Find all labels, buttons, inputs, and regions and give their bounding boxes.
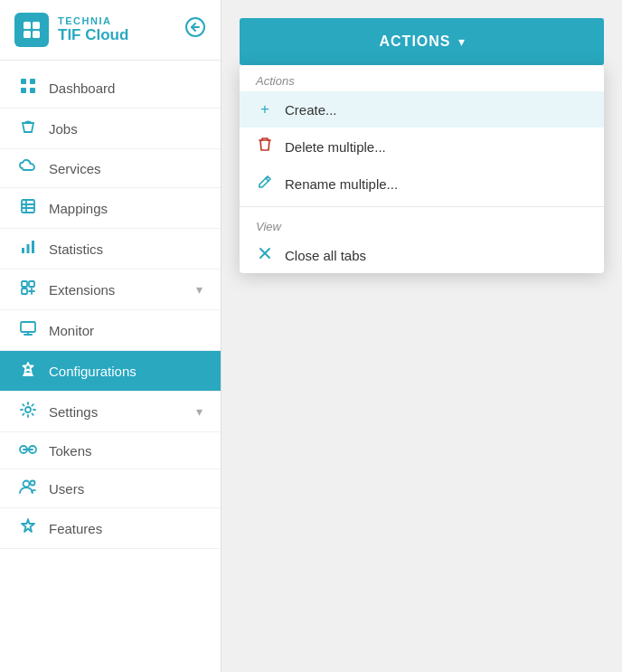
svg-point-25 (25, 407, 31, 412)
sidebar-item-statistics-label: Statistics (49, 241, 103, 257)
logo-icon (14, 13, 49, 47)
dropdown-item-create-label: Create... (285, 102, 337, 118)
sidebar-item-features[interactable]: Features (0, 508, 221, 549)
logo-text: TECHNIA TIF Cloud (58, 15, 128, 44)
tokens-icon (18, 442, 38, 459)
plus-icon: + (256, 100, 274, 118)
jobs-icon (18, 118, 38, 138)
sidebar-item-extensions[interactable]: Extensions ▾ (0, 270, 221, 310)
svg-rect-0 (24, 22, 31, 29)
extensions-chevron-icon: ▾ (196, 282, 203, 297)
logo-title: TIF Cloud (58, 26, 128, 44)
features-icon (18, 518, 38, 538)
sidebar-item-dashboard-label: Dashboard (49, 80, 115, 96)
sidebar-item-tokens-label: Tokens (49, 443, 92, 459)
dropdown-menu: Actions + Create... Delete multiple... (240, 65, 604, 273)
svg-rect-15 (27, 244, 30, 253)
sidebar-item-jobs[interactable]: Jobs (0, 109, 221, 149)
dropdown-item-close-all-tabs[interactable]: Close all tabs (240, 237, 604, 273)
extensions-icon (18, 279, 38, 299)
sidebar-item-statistics[interactable]: Statistics (0, 229, 221, 270)
dropdown-view-section-label: View (240, 211, 604, 237)
sidebar-item-extensions-label: Extensions (49, 282, 115, 298)
svg-rect-16 (32, 241, 34, 253)
trash-icon (256, 137, 274, 156)
monitor-icon (18, 320, 38, 340)
settings-chevron-icon: ▾ (196, 404, 203, 419)
svg-point-29 (24, 481, 30, 487)
sidebar-item-jobs-label: Jobs (49, 121, 78, 137)
sidebar-item-settings-label: Settings (49, 404, 98, 420)
svg-rect-9 (30, 88, 35, 93)
svg-rect-19 (22, 289, 27, 294)
dropdown-overlay: Actions + Create... Delete multiple... (240, 18, 604, 273)
sidebar-nav: Dashboard Jobs Services Mappings (0, 61, 221, 672)
main-content: ACTIONS ▾ ▶ te... ▶ te... Actions + Crea… (221, 0, 622, 672)
sidebar-item-configurations[interactable]: Configurations (0, 351, 221, 392)
logo-brand: TECHNIA (58, 15, 128, 26)
sidebar-item-monitor[interactable]: Monitor (0, 310, 221, 351)
sidebar-item-services[interactable]: Services (0, 149, 221, 188)
sidebar-item-dashboard[interactable]: Dashboard (0, 68, 221, 109)
sidebar-item-tokens[interactable]: Tokens (0, 432, 221, 469)
dropdown-item-delete-multiple[interactable]: Delete multiple... (240, 128, 604, 166)
dropdown-divider (240, 206, 604, 207)
sidebar-item-users-label: Users (49, 481, 84, 497)
back-icon[interactable] (184, 16, 206, 43)
svg-rect-17 (22, 281, 27, 287)
svg-rect-2 (24, 31, 31, 38)
svg-point-30 (31, 481, 35, 486)
dashboard-icon (18, 78, 38, 98)
sidebar-item-features-label: Features (49, 521, 102, 536)
svg-rect-3 (33, 31, 40, 38)
settings-icon (18, 402, 38, 421)
statistics-icon (18, 239, 38, 259)
close-icon (256, 246, 274, 264)
svg-rect-18 (29, 281, 34, 287)
users-icon (18, 479, 38, 497)
sidebar-item-configurations-label: Configurations (49, 364, 137, 379)
svg-rect-1 (33, 22, 40, 29)
services-icon (18, 159, 38, 177)
svg-rect-20 (21, 322, 35, 332)
sidebar-item-mappings-label: Mappings (49, 201, 108, 216)
pencil-icon (256, 175, 274, 194)
svg-rect-7 (30, 79, 35, 84)
mappings-icon (18, 198, 38, 218)
dropdown-item-rename-label: Rename multiple... (285, 176, 398, 192)
sidebar: TECHNIA TIF Cloud Dashboard Jobs (0, 0, 221, 672)
sidebar-item-monitor-label: Monitor (49, 323, 94, 338)
svg-line-31 (266, 178, 269, 181)
dropdown-actions-section-label: Actions (240, 65, 604, 91)
sidebar-item-settings[interactable]: Settings ▾ (0, 392, 221, 432)
svg-rect-10 (22, 200, 34, 213)
dropdown-item-delete-label: Delete multiple... (285, 139, 386, 155)
configurations-icon (18, 361, 38, 381)
svg-rect-8 (21, 88, 26, 93)
svg-rect-6 (21, 79, 26, 84)
sidebar-header: TECHNIA TIF Cloud (0, 0, 221, 61)
sidebar-item-services-label: Services (49, 161, 101, 176)
sidebar-item-users[interactable]: Users (0, 469, 221, 508)
sidebar-item-mappings[interactable]: Mappings (0, 188, 221, 229)
dropdown-item-close-all-tabs-label: Close all tabs (285, 248, 366, 263)
dropdown-item-create[interactable]: + Create... (240, 91, 604, 128)
svg-rect-14 (22, 248, 24, 253)
dropdown-item-rename-multiple[interactable]: Rename multiple... (240, 166, 604, 203)
